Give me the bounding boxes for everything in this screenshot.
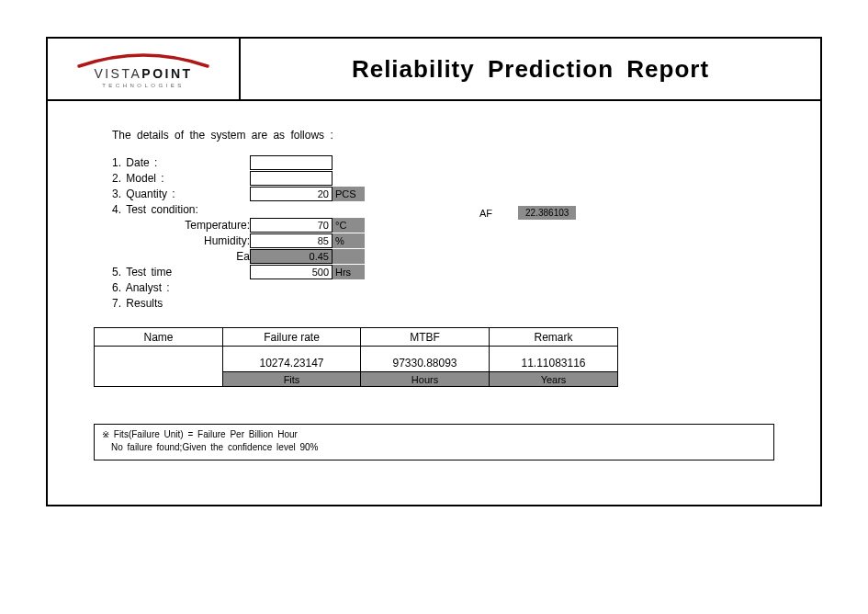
date-field[interactable] (250, 155, 333, 170)
report-sheet: VISTAPOINT TECHNOLOGIES Reliability Pred… (46, 37, 822, 506)
footnote: ※ Fits(Failure Unit) = Failure Per Billi… (94, 424, 774, 460)
quantity-label: 3. Quantity : (112, 188, 250, 200)
logo-brand-prefix: VISTA (94, 66, 141, 81)
ea-field[interactable]: 0.45 (250, 249, 333, 264)
analyst-label: 6. Analyst : (112, 281, 250, 294)
unit-remark: Years (490, 372, 618, 387)
temperature-unit: °C (333, 218, 365, 233)
bottom-spacer (75, 460, 793, 486)
logo-sub: TECHNOLOGIES (74, 83, 212, 88)
logo-brand: VISTAPOINT (74, 66, 212, 81)
af-group: AF 22.386103 (479, 206, 576, 220)
unit-mtbf: Hours (361, 372, 490, 387)
logo: VISTAPOINT TECHNOLOGIES (74, 50, 212, 88)
testcond-label: 4. Test condition: (112, 203, 250, 216)
date-label: 1. Date : (112, 156, 250, 169)
cell-failure: 10274.23147 (223, 347, 361, 372)
results-header-row: Name Failure rate MTBF Remark (95, 328, 618, 347)
footnote-line1: ※ Fits(Failure Unit) = Failure Per Billi… (102, 428, 766, 441)
cell-remark: 11.11083116 (490, 347, 618, 372)
ea-label: Ea (112, 250, 250, 263)
header-row: VISTAPOINT TECHNOLOGIES Reliability Pred… (48, 39, 820, 101)
intro-text: The details of the system are as follows… (112, 129, 793, 142)
logo-cell: VISTAPOINT TECHNOLOGIES (48, 39, 241, 99)
testtime-field[interactable]: 500 (250, 265, 333, 279)
cell-mtbf: 97330.88093 (361, 347, 490, 372)
col-header-failure: Failure rate (223, 328, 361, 347)
unit-failure: Fits (223, 372, 361, 387)
details-block: 1. Date : 2. Model : 3. Quantity : 20 PC… (112, 154, 793, 311)
testtime-label: 5. Test time (112, 266, 250, 279)
af-value: 22.386103 (518, 206, 576, 220)
humidity-label: Humidity: (112, 234, 250, 247)
col-header-remark: Remark (490, 328, 618, 347)
temperature-field[interactable]: 70 (250, 218, 333, 233)
results-value-row: 10274.23147 97330.88093 11.11083116 (95, 347, 618, 372)
title-cell: Reliability Prediction Report (241, 39, 820, 99)
logo-brand-suffix: POINT (141, 66, 192, 81)
humidity-unit: % (333, 233, 365, 248)
results-table: Name Failure rate MTBF Remark 10274.2314… (94, 327, 618, 387)
report-body: The details of the system are as follows… (48, 101, 820, 505)
quantity-field[interactable]: 20 (250, 187, 333, 201)
temperature-label: Temperature: (112, 219, 250, 232)
report-title: Reliability Prediction Report (352, 55, 709, 84)
af-label: AF (479, 208, 492, 219)
quantity-unit: PCS (333, 187, 365, 201)
model-label: 2. Model : (112, 172, 250, 185)
col-header-mtbf: MTBF (361, 328, 490, 347)
model-field[interactable] (250, 171, 333, 186)
cell-name (95, 347, 223, 387)
col-header-name: Name (95, 328, 223, 347)
results-label: 7. Results (112, 297, 250, 310)
humidity-field[interactable]: 85 (250, 233, 333, 248)
ea-unit-blank (333, 249, 365, 264)
testtime-unit: Hrs (333, 265, 365, 279)
footnote-line2: No failure found;Given the confidence le… (102, 441, 766, 454)
